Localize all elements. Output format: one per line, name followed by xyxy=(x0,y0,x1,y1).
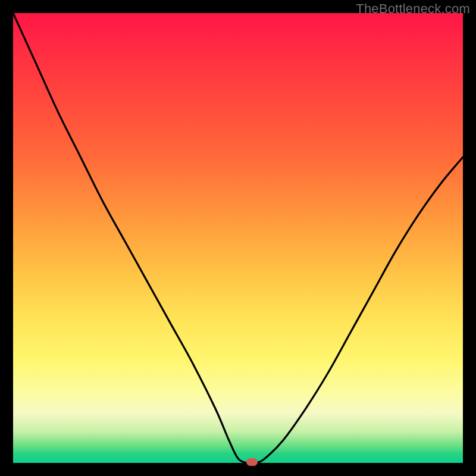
bottleneck-curve xyxy=(13,13,463,463)
watermark-text: TheBottleneck.com xyxy=(356,1,470,17)
chart-frame: TheBottleneck.com xyxy=(0,0,476,476)
minimum-marker xyxy=(246,458,258,466)
plot-area xyxy=(13,13,463,463)
